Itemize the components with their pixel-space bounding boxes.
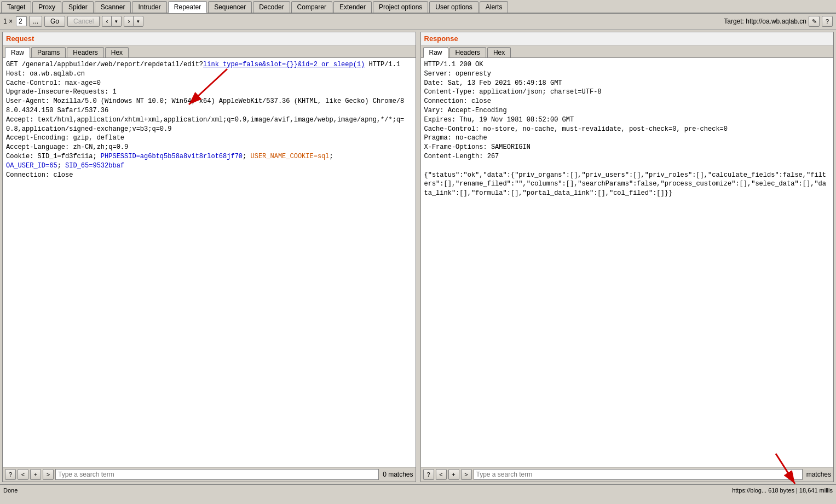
tab-comparer[interactable]: Comparer bbox=[291, 1, 332, 13]
help-button[interactable]: ? bbox=[822, 16, 833, 27]
response-match-count: matches bbox=[806, 471, 831, 478]
svg-line-1 bbox=[189, 69, 227, 105]
request-search-input[interactable] bbox=[55, 469, 379, 480]
request-sub-tab-hex[interactable]: Hex bbox=[105, 47, 129, 57]
session-number[interactable]: 2 bbox=[16, 16, 27, 26]
response-search-input[interactable] bbox=[474, 469, 803, 480]
request-search-prev[interactable]: < bbox=[18, 469, 28, 480]
request-red-arrow-icon bbox=[172, 63, 238, 118]
nav-prev-button[interactable]: ‹ bbox=[102, 16, 111, 27]
target-label: Target: http://oa.wb.aqlab.cn bbox=[724, 18, 806, 25]
status-right: https://blog... 618 bytes | 18,641 milli… bbox=[732, 487, 833, 494]
session-prefix-label: 1 × bbox=[3, 18, 13, 25]
main-tab-bar: TargetProxySpiderScannerIntruderRepeater… bbox=[0, 0, 836, 14]
nav-prev-dropdown[interactable]: ▾ bbox=[111, 16, 122, 27]
request-sub-tab-headers[interactable]: Headers bbox=[67, 47, 103, 57]
target-info: Target: http://oa.wb.aqlab.cn ✎ ? bbox=[724, 16, 833, 27]
request-panel-title: Request bbox=[3, 32, 416, 45]
request-sub-tab-params[interactable]: Params bbox=[31, 47, 66, 57]
response-search-prev[interactable]: < bbox=[436, 469, 447, 480]
response-sub-tab-raw[interactable]: Raw bbox=[423, 47, 448, 58]
tab-spider[interactable]: Spider bbox=[62, 1, 94, 13]
response-sub-tab-headers[interactable]: Headers bbox=[449, 47, 486, 57]
response-sub-tab-bar: RawHeadersHex bbox=[421, 45, 834, 58]
nav-next-button[interactable]: › bbox=[124, 16, 133, 27]
tab-alerts[interactable]: Alerts bbox=[480, 1, 509, 13]
request-search-add[interactable]: + bbox=[30, 469, 41, 480]
session-more-button[interactable]: ... bbox=[29, 16, 42, 27]
request-search-bar: ? < + > 0 matches bbox=[3, 467, 416, 482]
tab-project-options[interactable]: Project options bbox=[373, 1, 428, 13]
tab-repeater[interactable]: Repeater bbox=[168, 1, 207, 13]
request-search-help[interactable]: ? bbox=[5, 469, 16, 480]
response-panel-title: Response bbox=[421, 32, 834, 45]
tab-decoder[interactable]: Decoder bbox=[253, 1, 290, 13]
request-search-next[interactable]: > bbox=[43, 469, 54, 480]
request-sub-tab-raw[interactable]: Raw bbox=[5, 47, 30, 58]
edit-target-button[interactable]: ✎ bbox=[809, 16, 820, 27]
cancel-button[interactable]: Cancel bbox=[67, 16, 100, 27]
response-sub-tab-hex[interactable]: Hex bbox=[487, 47, 511, 57]
main-content: Request RawParamsHeadersHex GET /general… bbox=[0, 30, 836, 484]
tab-target[interactable]: Target bbox=[1, 1, 31, 13]
go-button[interactable]: Go bbox=[44, 16, 65, 27]
tab-extender[interactable]: Extender bbox=[333, 1, 372, 13]
response-search-help[interactable]: ? bbox=[423, 469, 434, 480]
request-text-area[interactable]: GET /general/appbuilder/web/report/repde… bbox=[3, 58, 416, 467]
request-sub-tab-bar: RawParamsHeadersHex bbox=[3, 45, 416, 58]
nav-next-dropdown[interactable]: ▾ bbox=[133, 16, 143, 27]
request-panel: Request RawParamsHeadersHex GET /general… bbox=[2, 32, 416, 482]
response-panel: Response RawHeadersHex HTTP/1.1 200 OK S… bbox=[420, 32, 834, 482]
status-bar: Done https://blog... 618 bytes | 18,641 … bbox=[0, 484, 836, 495]
tab-sequencer[interactable]: Sequencer bbox=[208, 1, 252, 13]
tab-user-options[interactable]: User options bbox=[429, 1, 478, 13]
response-search-bar: ? < + > matches bbox=[421, 467, 834, 482]
request-match-count: 0 matches bbox=[383, 471, 413, 478]
tab-scanner[interactable]: Scanner bbox=[95, 1, 131, 13]
response-search-add[interactable]: + bbox=[448, 469, 459, 480]
status-left: Done bbox=[3, 487, 732, 494]
response-text-area[interactable]: HTTP/1.1 200 OK Server: openresty Date: … bbox=[421, 58, 834, 467]
nav-next-group: › ▾ bbox=[124, 16, 143, 27]
tab-intruder[interactable]: Intruder bbox=[132, 1, 166, 13]
toolbar: 1 × 2 ... Go Cancel ‹ ▾ › ▾ Target: http… bbox=[0, 14, 836, 30]
nav-prev-group: ‹ ▾ bbox=[102, 16, 122, 27]
tab-proxy[interactable]: Proxy bbox=[32, 1, 61, 13]
response-search-next[interactable]: > bbox=[461, 469, 472, 480]
